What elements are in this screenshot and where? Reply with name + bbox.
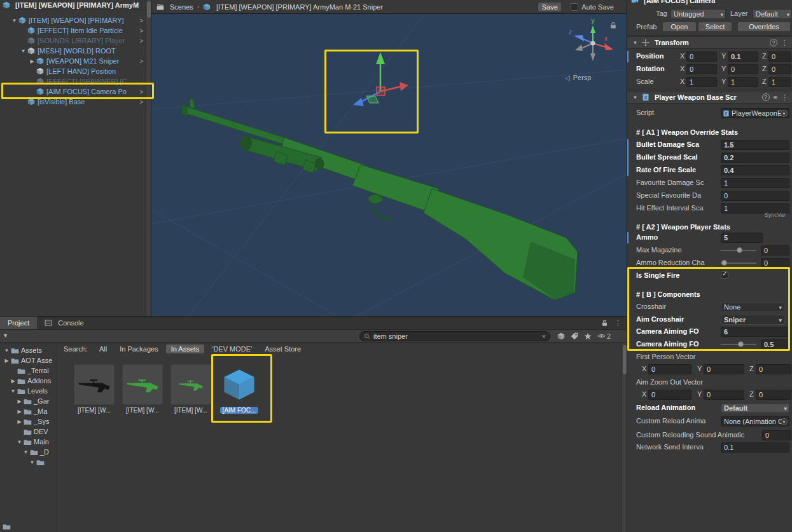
position-x-field[interactable]: 0 (686, 51, 717, 62)
foldout-open-icon[interactable] (22, 449, 30, 455)
folder-row[interactable]: _Gar (0, 396, 57, 406)
scale-y-field[interactable]: 1 (728, 77, 758, 87)
folder-row[interactable]: _D (0, 447, 57, 457)
is-single-fire-checkbox[interactable] (721, 271, 728, 279)
fpv-x-field[interactable]: 0 (648, 364, 691, 374)
foldout-closed-icon[interactable] (15, 409, 24, 414)
favorites-star-icon[interactable] (584, 332, 592, 340)
help-icon[interactable] (770, 39, 777, 46)
axis-x-label[interactable]: x (604, 35, 608, 42)
network-send-field[interactable]: 0.1 (721, 442, 789, 453)
save-button[interactable]: Save (538, 2, 562, 12)
tag-dropdown[interactable]: Untagged (670, 9, 726, 19)
fpv-z-field[interactable]: 0 (756, 364, 791, 374)
search-by-type-icon[interactable] (557, 332, 565, 340)
azv-x-field[interactable]: 0 (648, 390, 691, 400)
filter-all[interactable]: All (94, 344, 112, 353)
scale-x-field[interactable]: 1 (686, 77, 717, 87)
lock-icon[interactable] (601, 320, 608, 327)
hierarchy-item[interactable]: [ITEM] [WEAPON] [PRIMARY] (0, 15, 151, 25)
special-favourite-field[interactable]: 0 (721, 191, 789, 201)
asset-item[interactable]: [ITEM] [W... (71, 364, 117, 414)
hierarchy-item[interactable]: [EFFECT] [SPAWNER] [C (0, 76, 151, 86)
hierarchy-item[interactable]: [LEFT HAND] Position (0, 66, 151, 76)
aim-crosshair-dropdown[interactable]: Sniper (721, 315, 784, 325)
foldout-closed-icon[interactable] (3, 358, 11, 364)
asset-item[interactable]: [ITEM] [W... (168, 364, 214, 414)
azv-y-field[interactable]: 0 (704, 390, 744, 400)
sniper-rifle-model[interactable] (182, 99, 578, 300)
layer-dropdown[interactable]: Default (753, 9, 792, 19)
kebab-menu-icon[interactable] (781, 39, 788, 47)
folder-row[interactable]: Addons (0, 376, 57, 386)
asset-item[interactable]: [ITEM] [W... (120, 364, 165, 414)
foldout-open-icon[interactable] (19, 48, 27, 54)
folder-row[interactable]: DEV (0, 426, 57, 437)
axis-z-label[interactable]: z (569, 29, 572, 36)
script-object-field[interactable]: PlayerWeaponE (721, 108, 789, 118)
camera-aiming-fov-field[interactable]: 6 (721, 327, 789, 337)
ammo-reduction-slider[interactable] (721, 263, 756, 264)
hierarchy-item[interactable]: [isVisible] Base (0, 97, 151, 107)
preset-icon[interactable] (774, 93, 777, 101)
prefab-expand-icon[interactable] (139, 58, 143, 65)
foldout-open-icon[interactable] (15, 439, 24, 445)
script-component-header[interactable]: Player Weapon Base Scr (627, 91, 792, 104)
padlock-icon[interactable] (609, 22, 617, 29)
folder-row[interactable]: AOT Asse (0, 355, 57, 365)
foldout-open-icon[interactable] (631, 40, 639, 46)
asset-item-aim-focus[interactable]: [AIM FOC... (216, 364, 262, 414)
prefab-overrides-button[interactable]: Overrides (737, 22, 791, 32)
crosshair-dropdown[interactable]: None (721, 302, 784, 312)
folder-row[interactable]: _Sys (0, 416, 57, 426)
scene-viewport[interactable]: y x z Persp (151, 14, 627, 316)
prefab-expand-icon[interactable] (139, 99, 143, 106)
hierarchy-item[interactable]: [WEAPON] M21 Sniper (0, 56, 151, 66)
camera-aiming-fov2-field[interactable]: 0.5 (761, 339, 789, 350)
create-menu-button[interactable] (4, 332, 7, 339)
foldout-closed-icon[interactable] (9, 378, 17, 384)
prefab-open-button[interactable]: Open (662, 22, 697, 32)
prefab-expand-icon[interactable] (139, 38, 143, 44)
prefab-expand-icon[interactable] (139, 17, 143, 24)
prefab-select-button[interactable]: Select (698, 22, 732, 32)
transform-component-header[interactable]: Transform (627, 36, 792, 49)
results-scrollbar[interactable] (622, 343, 627, 532)
kebab-menu-icon[interactable] (615, 319, 622, 327)
rotation-y-field[interactable]: 0 (728, 64, 758, 74)
auto-save-checkbox[interactable] (571, 3, 578, 11)
search-input[interactable]: item sniper (359, 331, 550, 341)
position-y-field[interactable]: 0.1 (728, 51, 758, 62)
kebab-menu-icon[interactable] (781, 93, 788, 102)
folder-row[interactable]: Levels (0, 386, 57, 396)
search-by-label-icon[interactable] (571, 332, 578, 340)
hierarchy-item[interactable]: [SOUNDS LIBRARY] Player (0, 36, 151, 46)
folder-row-assets[interactable]: Assets (0, 345, 57, 355)
tab-console[interactable]: Console (37, 317, 91, 329)
hidden-items-toggle[interactable]: 2 (597, 332, 611, 340)
breadcrumb-prefab[interactable]: [ITEM] [WEAPON] [PRIMARY] ArmyMan M-21 S… (203, 3, 383, 11)
foldout-closed-icon[interactable] (15, 399, 24, 404)
prefab-expand-icon[interactable] (139, 88, 143, 95)
azv-z-field[interactable]: 0 (756, 390, 791, 400)
foldout-open-icon[interactable] (631, 95, 639, 100)
fpv-y-field[interactable]: 0 (704, 364, 744, 374)
folder-row-deep[interactable] (0, 457, 57, 467)
foldout-open-icon[interactable] (9, 388, 17, 394)
perspective-toggle[interactable]: Persp (565, 74, 591, 81)
slider-handle[interactable] (737, 247, 742, 253)
ammo-reduction-field[interactable]: 0 (761, 258, 789, 268)
hierarchy-item[interactable]: [MESH] [WORLD] ROOT (0, 46, 151, 56)
hierarchy-scrollbar[interactable] (146, 0, 151, 316)
search-text[interactable]: item sniper (373, 332, 539, 340)
custom-reload-object-field[interactable]: None (Animation C (721, 416, 789, 426)
foldout-open-icon[interactable] (10, 18, 18, 24)
slider-handle[interactable] (738, 341, 744, 347)
filter-dev-mode[interactable]: 'DEV MODE' (207, 344, 257, 353)
filter-asset-store[interactable]: Asset Store (260, 344, 306, 353)
camera-aiming-slider[interactable] (721, 344, 756, 345)
folder-row[interactable]: _Ma (0, 406, 57, 416)
orientation-gizmo[interactable]: y x z (569, 17, 613, 61)
max-magazine-slider[interactable] (721, 250, 756, 251)
hierarchy-item[interactable]: [EFFECT] Item Idle Particle (0, 25, 151, 36)
